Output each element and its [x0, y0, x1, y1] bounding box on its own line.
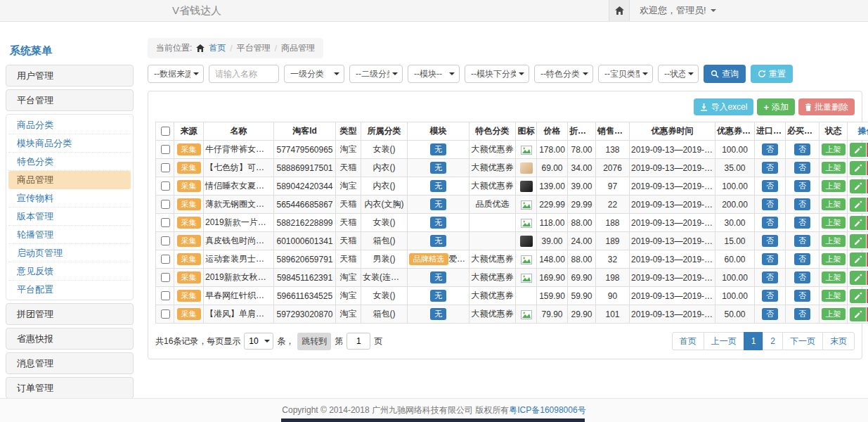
edit-button[interactable] [850, 271, 866, 285]
import-select-badge[interactable]: 否 [762, 235, 778, 247]
edit-button[interactable] [850, 179, 866, 193]
sidebar-item-module-product-category[interactable]: 模块商品分类 [8, 134, 131, 153]
sidebar-item-version-management[interactable]: 版本管理 [8, 207, 131, 226]
row-checkbox[interactable] [161, 181, 170, 191]
filter-product-name-input[interactable] [209, 65, 279, 83]
cell-source: 采集 [174, 305, 204, 324]
import-select-badge[interactable]: 否 [762, 180, 778, 192]
page-button-last[interactable]: 末页 [822, 332, 855, 350]
page-number-input[interactable] [346, 333, 370, 350]
row-checkbox[interactable] [161, 309, 170, 319]
batch-delete-button[interactable]: 批量删除 [798, 98, 855, 115]
must-buy-badge[interactable]: 否 [794, 235, 810, 247]
page-button-first[interactable]: 首页 [672, 332, 704, 350]
row-checkbox[interactable] [161, 236, 170, 245]
filter-module-subcategory-select[interactable]: --模块下分类-- [465, 65, 529, 83]
status-badge[interactable]: 上架 [822, 180, 846, 192]
sidebar-item-platform-config[interactable]: 平台配置 [8, 281, 131, 298]
status-badge[interactable]: 上架 [822, 235, 846, 247]
add-button[interactable]: + 添加 [757, 98, 795, 115]
edit-button[interactable] [850, 143, 866, 157]
sidebar-item-product-category[interactable]: 商品分类 [8, 116, 131, 134]
edit-button[interactable] [850, 216, 866, 230]
must-buy-badge[interactable]: 否 [794, 217, 810, 229]
row-checkbox[interactable] [161, 163, 170, 172]
status-badge[interactable]: 上架 [822, 308, 846, 320]
status-badge[interactable]: 上架 [822, 271, 846, 283]
sidebar-item-featured-category[interactable]: 特色分类 [8, 153, 131, 171]
sidebar-item-saving-express[interactable]: 省惠快报 [6, 328, 134, 350]
sidebar-item-carousel-management[interactable]: 轮播管理 [8, 226, 131, 244]
must-buy-badge[interactable]: 否 [794, 253, 810, 265]
row-checkbox[interactable] [161, 218, 170, 227]
breadcrumb-home-link[interactable]: 首页 [209, 42, 226, 54]
import-select-badge[interactable]: 否 [762, 143, 778, 155]
filter-source-select[interactable]: --数据来源-- [148, 65, 204, 83]
import-select-badge[interactable]: 否 [762, 162, 778, 174]
row-checkbox[interactable] [161, 200, 170, 209]
import-excel-button[interactable]: 导入excel [694, 98, 753, 115]
page-button-page-1[interactable]: 1 [744, 332, 764, 350]
select-all-checkbox[interactable] [161, 127, 170, 136]
per-page-select[interactable]: 10 [244, 333, 273, 350]
cell-module: 无 [408, 269, 469, 287]
filter-featured-category-select[interactable]: --特色分类-- [534, 65, 593, 83]
edit-button[interactable] [850, 161, 866, 175]
cell-icon [516, 177, 537, 196]
sidebar-item-product-management[interactable]: 商品管理 [8, 171, 131, 189]
must-buy-badge[interactable]: 否 [794, 308, 810, 320]
status-badge[interactable]: 上架 [822, 217, 846, 229]
page-button-page-2[interactable]: 2 [763, 332, 783, 350]
status-badge[interactable]: 上架 [822, 198, 846, 210]
filter-level1-category-select[interactable]: 一级分类 [284, 65, 344, 83]
row-checkbox[interactable] [161, 145, 170, 154]
filter-item-type-select[interactable]: --宝贝类型-- [598, 65, 653, 83]
page-button-next[interactable]: 下一页 [782, 332, 823, 350]
import-select-badge[interactable]: 否 [762, 308, 778, 320]
sidebar-item-group-buy-management[interactable]: 拼团管理 [6, 303, 134, 325]
edit-button[interactable] [850, 234, 866, 248]
jump-button[interactable]: 跳转到 [297, 333, 331, 350]
home-icon [615, 6, 624, 15]
import-select-badge[interactable]: 否 [762, 198, 778, 210]
reset-button[interactable]: 重置 [751, 65, 793, 83]
edit-button[interactable] [850, 198, 866, 212]
sidebar-item-promo-materials[interactable]: 宣传物料 [8, 189, 131, 207]
page-button-prev[interactable]: 上一页 [704, 332, 744, 350]
import-select-badge[interactable]: 否 [762, 217, 778, 229]
row-checkbox[interactable] [161, 273, 170, 282]
sidebar-item-splash-page-management[interactable]: 启动页管理 [8, 244, 131, 262]
filter-status-select[interactable]: --状态-- [658, 65, 699, 83]
must-buy-badge[interactable]: 否 [794, 198, 810, 210]
icp-link[interactable]: 粤ICP备16098006号 [509, 404, 585, 416]
edit-button[interactable] [850, 289, 866, 303]
filter-featured-category-select-wrap: --特色分类-- [534, 65, 593, 83]
sidebar-item-order-management[interactable]: 订单管理 [6, 377, 134, 399]
row-checkbox[interactable] [161, 255, 170, 264]
import-select-badge[interactable]: 否 [762, 253, 778, 265]
row-checkbox[interactable] [161, 291, 170, 300]
must-buy-badge[interactable]: 否 [794, 180, 810, 192]
must-buy-badge[interactable]: 否 [794, 143, 810, 155]
import-select-badge[interactable]: 否 [762, 290, 778, 302]
sidebar-item-message-management[interactable]: 消息管理 [6, 352, 134, 374]
must-buy-badge[interactable]: 否 [794, 162, 810, 174]
status-badge[interactable]: 上架 [822, 253, 846, 265]
user-menu[interactable]: 欢迎您，管理员! [640, 4, 716, 17]
sidebar-item-feedback[interactable]: 意见反馈 [8, 262, 131, 281]
cell-discount: 24.00 [568, 232, 596, 250]
must-buy-badge[interactable]: 否 [794, 290, 810, 302]
status-badge[interactable]: 上架 [822, 143, 846, 155]
status-badge[interactable]: 上架 [822, 162, 846, 174]
status-badge[interactable]: 上架 [822, 290, 846, 302]
import-select-badge[interactable]: 否 [762, 271, 778, 283]
sidebar-item-user-management[interactable]: 用户管理 [6, 65, 134, 87]
filter-module-select[interactable]: --模块-- [408, 65, 460, 83]
sidebar-item-platform-management[interactable]: 平台管理 [6, 89, 134, 111]
filter-level2-category-select[interactable]: --二级分类-- [349, 65, 403, 83]
search-button[interactable]: 查询 [704, 65, 746, 83]
must-buy-badge[interactable]: 否 [794, 271, 810, 283]
edit-button[interactable] [850, 307, 866, 321]
home-button[interactable] [609, 0, 630, 21]
edit-button[interactable] [850, 252, 866, 267]
